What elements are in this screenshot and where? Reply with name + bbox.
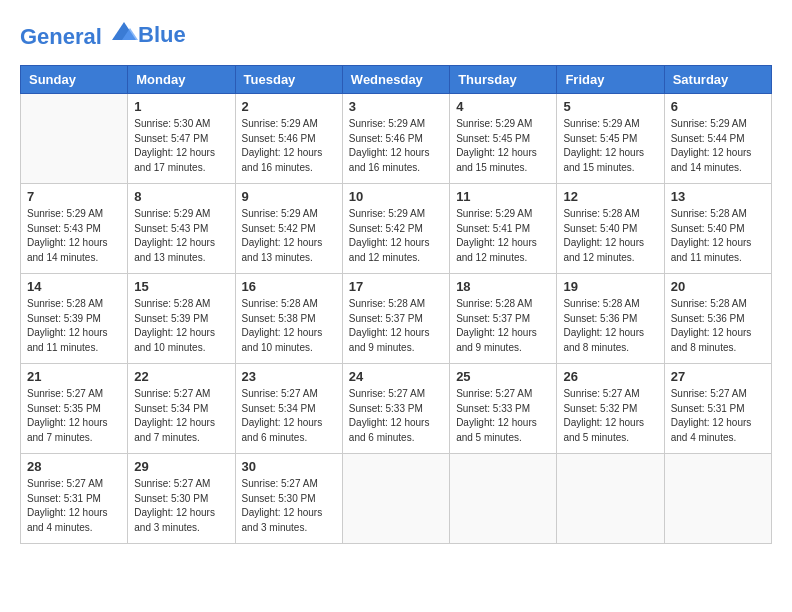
day-info: Sunrise: 5:29 AMSunset: 5:43 PMDaylight:…: [134, 207, 228, 265]
day-number: 27: [671, 369, 765, 384]
calendar-day-cell: 30Sunrise: 5:27 AMSunset: 5:30 PMDayligh…: [235, 454, 342, 544]
day-info: Sunrise: 5:29 AMSunset: 5:44 PMDaylight:…: [671, 117, 765, 175]
day-info: Sunrise: 5:28 AMSunset: 5:37 PMDaylight:…: [456, 297, 550, 355]
day-info: Sunrise: 5:27 AMSunset: 5:30 PMDaylight:…: [242, 477, 336, 535]
day-number: 14: [27, 279, 121, 294]
day-info: Sunrise: 5:27 AMSunset: 5:33 PMDaylight:…: [349, 387, 443, 445]
day-number: 8: [134, 189, 228, 204]
day-info: Sunrise: 5:28 AMSunset: 5:36 PMDaylight:…: [671, 297, 765, 355]
calendar-week-row: 21Sunrise: 5:27 AMSunset: 5:35 PMDayligh…: [21, 364, 772, 454]
day-info: Sunrise: 5:27 AMSunset: 5:33 PMDaylight:…: [456, 387, 550, 445]
day-number: 25: [456, 369, 550, 384]
weekday-header: Sunday: [21, 66, 128, 94]
day-info: Sunrise: 5:27 AMSunset: 5:35 PMDaylight:…: [27, 387, 121, 445]
day-number: 24: [349, 369, 443, 384]
calendar-day-cell: 7Sunrise: 5:29 AMSunset: 5:43 PMDaylight…: [21, 184, 128, 274]
page-header: General Blue: [20, 20, 772, 49]
calendar-day-cell: 17Sunrise: 5:28 AMSunset: 5:37 PMDayligh…: [342, 274, 449, 364]
day-info: Sunrise: 5:27 AMSunset: 5:34 PMDaylight:…: [134, 387, 228, 445]
day-info: Sunrise: 5:29 AMSunset: 5:41 PMDaylight:…: [456, 207, 550, 265]
day-info: Sunrise: 5:28 AMSunset: 5:39 PMDaylight:…: [27, 297, 121, 355]
day-number: 9: [242, 189, 336, 204]
weekday-header: Wednesday: [342, 66, 449, 94]
day-info: Sunrise: 5:28 AMSunset: 5:39 PMDaylight:…: [134, 297, 228, 355]
calendar-day-cell: 10Sunrise: 5:29 AMSunset: 5:42 PMDayligh…: [342, 184, 449, 274]
day-info: Sunrise: 5:29 AMSunset: 5:42 PMDaylight:…: [242, 207, 336, 265]
day-number: 20: [671, 279, 765, 294]
calendar-day-cell: 4Sunrise: 5:29 AMSunset: 5:45 PMDaylight…: [450, 94, 557, 184]
calendar-day-cell: 20Sunrise: 5:28 AMSunset: 5:36 PMDayligh…: [664, 274, 771, 364]
calendar-table: SundayMondayTuesdayWednesdayThursdayFrid…: [20, 65, 772, 544]
day-info: Sunrise: 5:29 AMSunset: 5:43 PMDaylight:…: [27, 207, 121, 265]
calendar-week-row: 7Sunrise: 5:29 AMSunset: 5:43 PMDaylight…: [21, 184, 772, 274]
day-number: 17: [349, 279, 443, 294]
calendar-week-row: 14Sunrise: 5:28 AMSunset: 5:39 PMDayligh…: [21, 274, 772, 364]
day-number: 30: [242, 459, 336, 474]
day-number: 10: [349, 189, 443, 204]
day-number: 11: [456, 189, 550, 204]
day-info: Sunrise: 5:29 AMSunset: 5:45 PMDaylight:…: [456, 117, 550, 175]
day-info: Sunrise: 5:29 AMSunset: 5:46 PMDaylight:…: [242, 117, 336, 175]
logo-blue: Blue: [138, 23, 186, 47]
calendar-day-cell: 2Sunrise: 5:29 AMSunset: 5:46 PMDaylight…: [235, 94, 342, 184]
day-number: 23: [242, 369, 336, 384]
logo-icon: [110, 20, 138, 44]
calendar-day-cell: 22Sunrise: 5:27 AMSunset: 5:34 PMDayligh…: [128, 364, 235, 454]
day-number: 18: [456, 279, 550, 294]
day-info: Sunrise: 5:29 AMSunset: 5:46 PMDaylight:…: [349, 117, 443, 175]
calendar-day-cell: 1Sunrise: 5:30 AMSunset: 5:47 PMDaylight…: [128, 94, 235, 184]
day-info: Sunrise: 5:29 AMSunset: 5:45 PMDaylight:…: [563, 117, 657, 175]
day-info: Sunrise: 5:29 AMSunset: 5:42 PMDaylight:…: [349, 207, 443, 265]
logo: General Blue: [20, 20, 186, 49]
calendar-week-row: 1Sunrise: 5:30 AMSunset: 5:47 PMDaylight…: [21, 94, 772, 184]
day-number: 13: [671, 189, 765, 204]
weekday-header: Saturday: [664, 66, 771, 94]
day-number: 28: [27, 459, 121, 474]
day-number: 26: [563, 369, 657, 384]
day-info: Sunrise: 5:28 AMSunset: 5:38 PMDaylight:…: [242, 297, 336, 355]
calendar-day-cell: [342, 454, 449, 544]
calendar-day-cell: 19Sunrise: 5:28 AMSunset: 5:36 PMDayligh…: [557, 274, 664, 364]
calendar-day-cell: 14Sunrise: 5:28 AMSunset: 5:39 PMDayligh…: [21, 274, 128, 364]
calendar-day-cell: 18Sunrise: 5:28 AMSunset: 5:37 PMDayligh…: [450, 274, 557, 364]
day-info: Sunrise: 5:28 AMSunset: 5:36 PMDaylight:…: [563, 297, 657, 355]
calendar-header-row: SundayMondayTuesdayWednesdayThursdayFrid…: [21, 66, 772, 94]
calendar-day-cell: 9Sunrise: 5:29 AMSunset: 5:42 PMDaylight…: [235, 184, 342, 274]
calendar-day-cell: 16Sunrise: 5:28 AMSunset: 5:38 PMDayligh…: [235, 274, 342, 364]
day-number: 12: [563, 189, 657, 204]
day-number: 4: [456, 99, 550, 114]
calendar-day-cell: 8Sunrise: 5:29 AMSunset: 5:43 PMDaylight…: [128, 184, 235, 274]
calendar-day-cell: [450, 454, 557, 544]
calendar-day-cell: 6Sunrise: 5:29 AMSunset: 5:44 PMDaylight…: [664, 94, 771, 184]
calendar-day-cell: 3Sunrise: 5:29 AMSunset: 5:46 PMDaylight…: [342, 94, 449, 184]
weekday-header: Thursday: [450, 66, 557, 94]
day-info: Sunrise: 5:27 AMSunset: 5:30 PMDaylight:…: [134, 477, 228, 535]
calendar-day-cell: 23Sunrise: 5:27 AMSunset: 5:34 PMDayligh…: [235, 364, 342, 454]
calendar-day-cell: 28Sunrise: 5:27 AMSunset: 5:31 PMDayligh…: [21, 454, 128, 544]
day-number: 29: [134, 459, 228, 474]
day-number: 21: [27, 369, 121, 384]
calendar-day-cell: [557, 454, 664, 544]
day-number: 7: [27, 189, 121, 204]
day-info: Sunrise: 5:28 AMSunset: 5:40 PMDaylight:…: [671, 207, 765, 265]
day-number: 15: [134, 279, 228, 294]
day-info: Sunrise: 5:27 AMSunset: 5:34 PMDaylight:…: [242, 387, 336, 445]
day-info: Sunrise: 5:27 AMSunset: 5:32 PMDaylight:…: [563, 387, 657, 445]
day-info: Sunrise: 5:27 AMSunset: 5:31 PMDaylight:…: [671, 387, 765, 445]
day-number: 6: [671, 99, 765, 114]
calendar-day-cell: 26Sunrise: 5:27 AMSunset: 5:32 PMDayligh…: [557, 364, 664, 454]
day-number: 3: [349, 99, 443, 114]
calendar-day-cell: 29Sunrise: 5:27 AMSunset: 5:30 PMDayligh…: [128, 454, 235, 544]
day-number: 22: [134, 369, 228, 384]
calendar-day-cell: 24Sunrise: 5:27 AMSunset: 5:33 PMDayligh…: [342, 364, 449, 454]
day-info: Sunrise: 5:27 AMSunset: 5:31 PMDaylight:…: [27, 477, 121, 535]
weekday-header: Tuesday: [235, 66, 342, 94]
calendar-day-cell: [21, 94, 128, 184]
logo-text: General: [20, 20, 138, 49]
day-number: 2: [242, 99, 336, 114]
day-number: 5: [563, 99, 657, 114]
calendar-week-row: 28Sunrise: 5:27 AMSunset: 5:31 PMDayligh…: [21, 454, 772, 544]
day-number: 1: [134, 99, 228, 114]
calendar-day-cell: 27Sunrise: 5:27 AMSunset: 5:31 PMDayligh…: [664, 364, 771, 454]
calendar-day-cell: 12Sunrise: 5:28 AMSunset: 5:40 PMDayligh…: [557, 184, 664, 274]
